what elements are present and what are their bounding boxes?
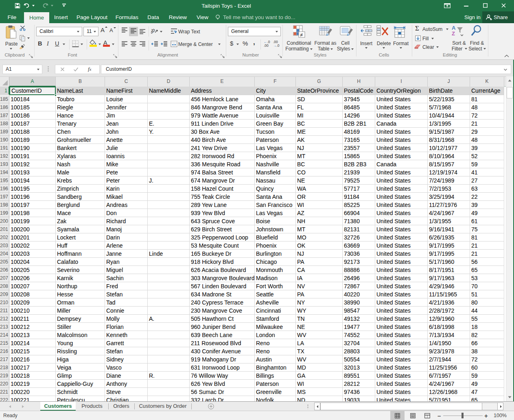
svg-text:ab: ab — [151, 27, 156, 35]
svg-text:A: A — [452, 25, 456, 31]
svg-text:Z: Z — [452, 30, 455, 37]
svg-text:≠: ≠ — [300, 32, 303, 38]
